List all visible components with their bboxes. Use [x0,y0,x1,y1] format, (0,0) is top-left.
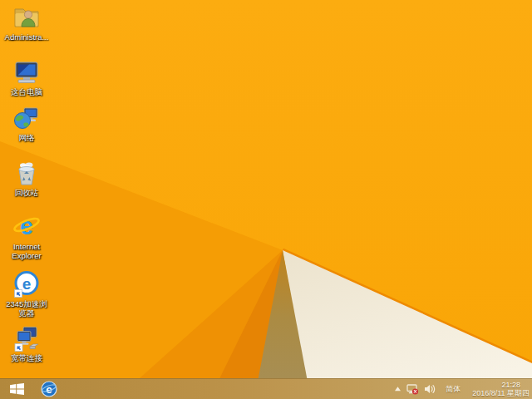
computer-icon [12,58,41,86]
desktop-icon-internet-explorer[interactable]: e Internet Explorer [1,213,52,260]
desktop-icon-2345-browser[interactable]: e 2345加速浏 览器 [1,270,52,318]
taskbar-internet-explorer-button[interactable]: e [40,379,58,399]
network-status-icon[interactable] [406,384,419,395]
desktop-icon-label: 2345加速浏 [6,300,47,309]
desktop-icon-label: 宽带连接 [11,354,42,363]
desktop-icon-label: 回收站 [15,189,39,198]
show-hidden-icons-button[interactable] [394,386,401,392]
desktop[interactable]: Administra... 这台电脑 网络 [0,0,532,399]
internet-explorer-icon: e [12,213,41,241]
desktop-icon-broadband[interactable]: 宽带连接 [1,324,52,363]
clock-time: 21:28 [501,381,520,389]
system-tray: 简体 21:28 2016/8/11 星期四 [394,379,532,399]
desktop-icon-label: 览器 [19,309,35,318]
svg-text:e: e [22,275,32,293]
wallpaper-image [0,0,532,399]
start-button[interactable] [7,379,26,399]
desktop-icon-label: Internet [13,243,40,252]
recycle-bin-icon [12,159,41,187]
desktop-icon-label: 这台电脑 [11,88,42,97]
broadband-connection-icon [12,324,41,352]
desktop-icon-recycle-bin[interactable]: 回收站 [1,159,52,198]
desktop-icon-label: Administra... [5,33,49,42]
network-globe-icon [12,104,41,132]
2345-browser-icon: e [12,270,41,298]
clock-date: 2016/8/11 星期四 [472,389,530,397]
internet-explorer-taskbar-icon: e [41,381,57,397]
taskbar: e 简体 21:28 2016/8/1 [0,378,532,399]
windows-logo-icon [10,383,24,395]
taskbar-clock[interactable]: 21:28 2016/8/11 星期四 [472,381,530,397]
taskbar-left: e [0,379,58,399]
input-language-indicator[interactable]: 简体 [446,385,461,393]
user-folder-icon [12,3,41,32]
volume-icon[interactable] [424,384,436,394]
desktop-icon-administrator[interactable]: Administra... [1,3,52,42]
desktop-icon-label: 网络 [19,134,35,143]
desktop-icon-this-pc[interactable]: 这台电脑 [1,58,52,97]
desktop-icon-network[interactable]: 网络 [1,104,52,143]
desktop-icon-label: Explorer [12,252,41,261]
